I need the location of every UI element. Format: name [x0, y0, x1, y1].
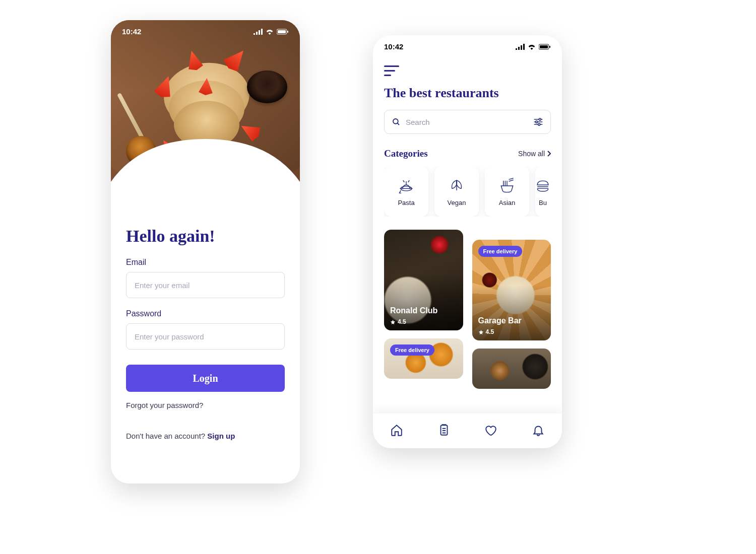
password-field[interactable]: [126, 323, 285, 350]
search-bar[interactable]: [384, 110, 551, 134]
battery-icon: [539, 44, 551, 50]
signup-link[interactable]: Sign up: [207, 432, 235, 440]
hero-image: [111, 20, 300, 201]
password-label: Password: [126, 309, 285, 318]
svg-rect-4: [540, 45, 548, 48]
tab-home[interactable]: [390, 424, 403, 439]
forgot-password-link[interactable]: Forgot your password?: [126, 401, 285, 409]
tab-notifications[interactable]: [532, 424, 545, 439]
category-asian[interactable]: Asian: [485, 166, 529, 217]
svg-point-6: [393, 119, 398, 124]
signup-prompt: Don't have an account?: [126, 432, 207, 440]
tab-orders[interactable]: [437, 424, 451, 439]
filter-icon[interactable]: [533, 117, 543, 126]
restaurant-name: Ronald Club: [390, 306, 437, 315]
wifi-icon: [266, 29, 274, 35]
login-title: Hello again!: [126, 227, 285, 246]
restaurant-card-4[interactable]: [472, 349, 551, 389]
email-label: Email: [126, 258, 285, 267]
pasta-icon: [397, 177, 415, 195]
svg-line-7: [397, 123, 399, 125]
status-bar: 10:42: [373, 42, 562, 51]
category-pasta[interactable]: Pasta: [384, 166, 428, 217]
login-button[interactable]: Login: [126, 365, 285, 392]
status-bar: 10:42: [111, 27, 300, 36]
page-title: The best restaurants: [384, 86, 551, 101]
clipboard-icon: [437, 424, 451, 437]
login-screen: 10:42 Hello again! Email Password Login …: [111, 20, 300, 483]
free-delivery-badge: Free delivery: [390, 344, 434, 356]
category-vegan[interactable]: Vegan: [434, 166, 479, 217]
home-screen: 10:42 The best restaurants Categories Sh…: [373, 35, 562, 448]
categories-title: Categories: [384, 148, 428, 159]
heart-icon: [484, 424, 497, 437]
rating-value: 4.5: [486, 328, 494, 335]
svg-point-9: [539, 118, 541, 120]
restaurant-card-garage-bar[interactable]: Free delivery Garage Bar 4.5: [472, 240, 551, 340]
svg-rect-5: [549, 46, 550, 48]
status-icons: [254, 27, 289, 36]
restaurant-rating: 4.5: [478, 328, 494, 335]
star-icon: [478, 329, 484, 335]
svg-rect-1: [278, 30, 286, 33]
chevron-right-icon: [547, 151, 551, 157]
show-all-label: Show all: [518, 150, 545, 158]
category-burger[interactable]: Bu: [535, 166, 551, 217]
restaurants-grid: Ronald Club 4.5 Free delivery Garage Bar…: [384, 230, 551, 379]
category-label: Vegan: [448, 199, 466, 206]
restaurant-card-3[interactable]: Free delivery: [384, 338, 463, 379]
menu-button[interactable]: [384, 65, 401, 77]
svg-rect-15: [440, 425, 447, 435]
status-time: 10:42: [384, 42, 403, 51]
wifi-icon: [528, 44, 536, 50]
signup-row: Don't have an account? Sign up: [126, 432, 285, 440]
status-time: 10:42: [122, 27, 141, 36]
home-icon: [390, 424, 403, 437]
search-input[interactable]: [406, 118, 528, 126]
star-icon: [390, 319, 396, 325]
tab-favorites[interactable]: [484, 424, 497, 439]
svg-rect-2: [287, 31, 288, 33]
restaurant-rating: 4.5: [390, 318, 406, 325]
signal-icon: [254, 29, 263, 35]
restaurant-name: Garage Bar: [478, 316, 522, 325]
category-label: Asian: [499, 199, 516, 206]
svg-point-11: [536, 121, 538, 123]
category-label: Pasta: [398, 199, 414, 206]
noodles-icon: [498, 177, 516, 195]
tab-bar: [373, 413, 562, 448]
email-field[interactable]: [126, 272, 285, 298]
categories-row: Pasta Vegan Asian Bu: [384, 166, 551, 217]
leaf-icon: [448, 177, 466, 195]
bell-icon: [532, 424, 545, 437]
search-icon: [392, 117, 401, 126]
show-all-link[interactable]: Show all: [518, 150, 551, 158]
rating-value: 4.5: [398, 318, 406, 325]
category-label: Bu: [539, 199, 547, 206]
svg-point-13: [538, 123, 540, 125]
signal-icon: [516, 44, 525, 50]
battery-icon: [277, 29, 289, 35]
status-icons: [516, 42, 551, 51]
burger-icon: [534, 177, 551, 195]
restaurant-card-ronald-club[interactable]: Ronald Club 4.5: [384, 230, 463, 330]
